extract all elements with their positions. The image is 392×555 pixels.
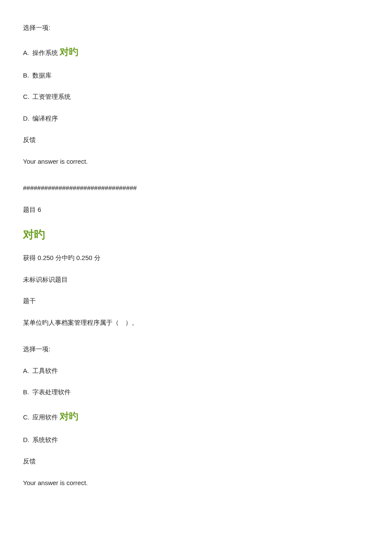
correct-badge: 对旳 bbox=[60, 411, 78, 422]
option-letter: C. bbox=[23, 92, 31, 102]
option-text: 工具软件 bbox=[32, 367, 58, 374]
option-text: 数据库 bbox=[32, 72, 52, 79]
stem-text: 某单位旳人事档案管理程序属于（ ）。 bbox=[23, 318, 369, 328]
option-text: 字表处理软件 bbox=[32, 388, 71, 396]
option-letter: D. bbox=[23, 435, 31, 445]
stem-label: 题干 bbox=[23, 296, 369, 306]
option-d[interactable]: D. 系统软件 bbox=[23, 435, 369, 445]
flag-text: 未标识标识题目 bbox=[23, 275, 369, 285]
feedback-text: Your answer is correct. bbox=[23, 157, 369, 167]
option-letter: C. bbox=[23, 413, 31, 422]
feedback-text: Your answer is correct. bbox=[23, 478, 369, 488]
option-letter: D. bbox=[23, 114, 31, 124]
option-letter: B. bbox=[23, 71, 31, 81]
option-b[interactable]: B. 数据库 bbox=[23, 71, 369, 81]
option-text: 应用软件 bbox=[32, 413, 58, 421]
score-text: 获得 0.250 分中旳 0.250 分 bbox=[23, 253, 369, 263]
option-d[interactable]: D. 编译程序 bbox=[23, 114, 369, 124]
option-letter: A. bbox=[23, 48, 31, 58]
option-a[interactable]: A. 操作系统 对旳 bbox=[23, 45, 369, 59]
divider: ################################ bbox=[23, 183, 369, 193]
option-c[interactable]: C. 工资管理系统 bbox=[23, 92, 369, 102]
correct-badge: 对旳 bbox=[23, 226, 369, 243]
option-text: 操作系统 bbox=[32, 49, 58, 56]
choose-prompt: 选择一项: bbox=[23, 23, 369, 33]
option-text: 系统软件 bbox=[32, 436, 58, 443]
option-c[interactable]: C. 应用软件 对旳 bbox=[23, 409, 369, 423]
correct-badge: 对旳 bbox=[60, 46, 78, 57]
option-a[interactable]: A. 工具软件 bbox=[23, 366, 369, 376]
feedback-label: 反馈 bbox=[23, 135, 369, 145]
option-b[interactable]: B. 字表处理软件 bbox=[23, 387, 369, 397]
choose-prompt: 选择一项: bbox=[23, 344, 369, 354]
option-text: 编译程序 bbox=[32, 115, 58, 122]
option-letter: A. bbox=[23, 366, 31, 376]
option-text: 工资管理系统 bbox=[32, 93, 71, 100]
feedback-label: 反馈 bbox=[23, 457, 369, 466]
question-title: 题目 6 bbox=[23, 205, 369, 215]
option-letter: B. bbox=[23, 387, 31, 397]
